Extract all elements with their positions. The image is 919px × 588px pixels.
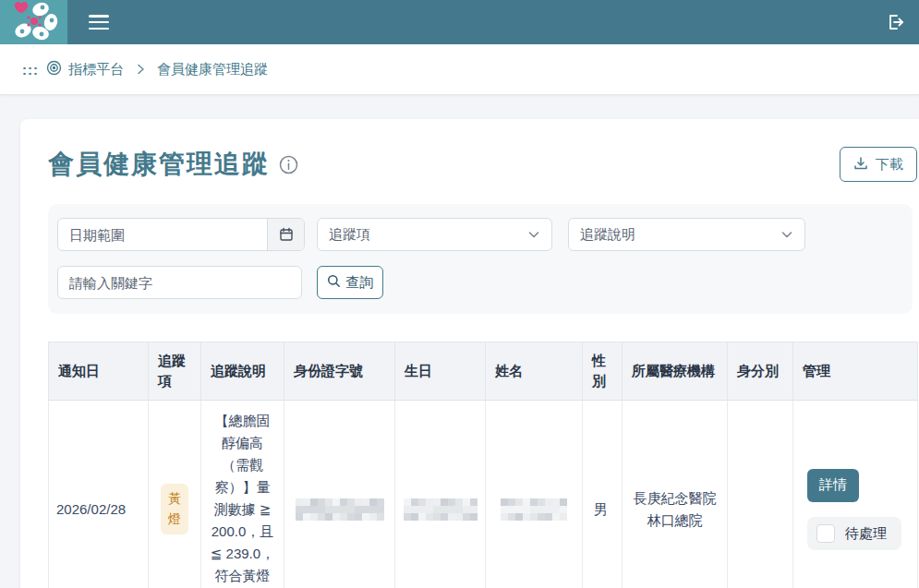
info-circle-icon[interactable] <box>279 155 298 174</box>
breadcrumb-item-platform[interactable]: 指標平台 <box>46 60 124 78</box>
track-desc-select[interactable]: 追蹤說明 <box>568 218 805 251</box>
col-header-identity: 身分別 <box>728 342 793 401</box>
detail-button[interactable]: 詳情 <box>807 469 859 502</box>
cell-notify-date: 2026/02/28 <box>49 400 149 588</box>
search-button[interactable]: 查詢 <box>317 266 383 299</box>
col-header-track-item: 追蹤項 <box>149 342 201 401</box>
tracking-table: 通知日 追蹤項 追蹤說明 身份證字號 生日 姓名 性別 所屬醫療機構 身分別 管… <box>48 342 918 588</box>
col-header-id-number: 身份證字號 <box>284 342 395 401</box>
bullseye-icon <box>46 60 62 78</box>
cell-name-redacted <box>486 400 583 588</box>
flower-logo-icon <box>10 0 58 44</box>
cell-track-desc: 【總膽固醇偏高（需觀察）】量測數據 ≧ 200.0，且 ≦ 239.0，符合黃燈… <box>201 400 284 588</box>
filter-panel: 追蹤項 追蹤說明 <box>48 204 913 314</box>
cell-track-item: 黃燈 <box>149 400 201 588</box>
pending-checkbox[interactable] <box>816 524 835 543</box>
download-button[interactable]: 下載 <box>840 147 917 182</box>
track-item-select[interactable]: 追蹤項 <box>317 218 552 251</box>
pending-toggle: 待處理 <box>807 517 901 550</box>
chevron-down-icon <box>780 228 793 241</box>
redacted-pixelation <box>501 498 567 521</box>
status-badge-yellow: 黃燈 <box>161 484 188 534</box>
col-header-track-desc: 追蹤說明 <box>201 342 284 401</box>
page-title: 會員健康管理追蹤 <box>48 147 270 182</box>
date-range-input[interactable] <box>58 219 267 250</box>
cell-birthday-redacted <box>395 400 486 588</box>
keyword-input[interactable] <box>57 266 302 299</box>
col-header-manage: 管理 <box>793 342 918 401</box>
redacted-pixelation <box>404 498 478 521</box>
app-logo[interactable] <box>0 0 67 44</box>
cell-identity <box>728 400 793 588</box>
track-desc-select-value: 追蹤說明 <box>580 226 635 244</box>
top-bar-body <box>67 0 919 44</box>
redacted-pixelation <box>296 498 384 521</box>
logout-icon[interactable] <box>886 13 904 31</box>
chevron-down-icon <box>527 228 540 241</box>
col-header-birthday: 生日 <box>395 342 486 401</box>
title-row: 會員健康管理追蹤 下載 <box>48 147 917 182</box>
main-card: 會員健康管理追蹤 下載 <box>20 119 919 588</box>
table-header-row: 通知日 追蹤項 追蹤說明 身份證字號 生日 姓名 性別 所屬醫療機構 身分別 管… <box>49 342 918 401</box>
breadcrumb-platform-label: 指標平台 <box>68 61 124 78</box>
accessibility-anchor[interactable]: ::: <box>22 62 39 78</box>
col-header-gender: 性別 <box>583 342 623 401</box>
table-row: 2026/02/28 黃燈 【總膽固醇偏高（需觀察）】量測數據 ≧ 200.0，… <box>49 400 918 588</box>
download-label: 下載 <box>876 156 903 174</box>
track-item-select-value: 追蹤項 <box>329 226 370 244</box>
breadcrumb-chevron-icon <box>135 64 146 75</box>
top-app-bar <box>0 0 919 44</box>
cell-id-number-redacted <box>284 400 395 588</box>
col-header-name: 姓名 <box>486 342 583 401</box>
menu-hamburger-icon[interactable] <box>89 15 109 30</box>
breadcrumb: ::: 指標平台 會員健康管理追蹤 <box>0 44 919 95</box>
calendar-icon[interactable] <box>267 219 304 250</box>
col-header-hospital: 所屬醫療機構 <box>623 342 728 401</box>
date-range-field <box>57 218 305 251</box>
search-icon <box>327 274 341 291</box>
cell-manage: 詳情 待處理 <box>793 400 918 588</box>
search-button-label: 查詢 <box>346 274 374 292</box>
pending-label: 待處理 <box>845 522 887 545</box>
download-icon <box>853 156 868 174</box>
cell-hospital: 長庚紀念醫院林口總院 <box>623 400 728 588</box>
cell-gender: 男 <box>583 400 623 588</box>
breadcrumb-current-label[interactable]: 會員健康管理追蹤 <box>157 61 268 78</box>
col-header-notify-date: 通知日 <box>49 342 149 401</box>
